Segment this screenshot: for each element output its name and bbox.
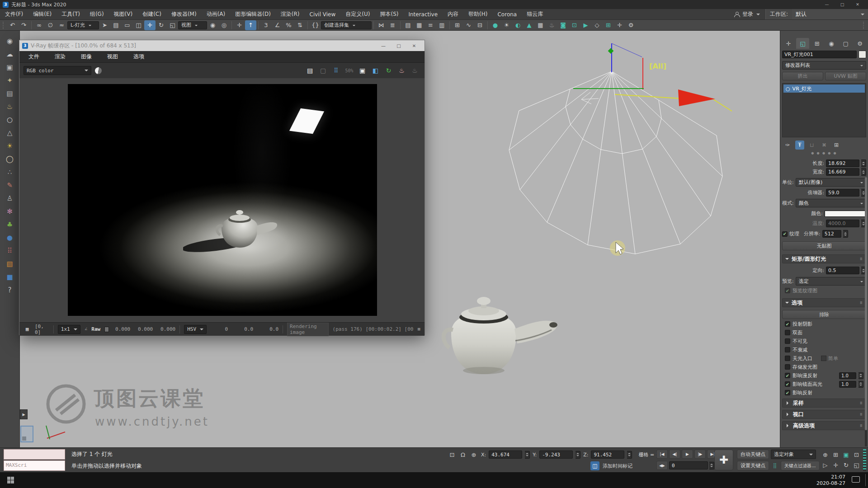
frame-nudge-button[interactable]: ◀▶ <box>656 461 668 470</box>
vfb-tool-icon[interactable]: ▢ <box>317 66 329 75</box>
stack-tool-icon[interactable]: ✑ <box>783 141 792 150</box>
menu-item[interactable]: Corona <box>492 9 522 19</box>
menu-item[interactable]: 渲染(R) <box>276 9 305 19</box>
undo-redo-icon[interactable]: ↶ <box>7 20 18 30</box>
explorer-icon[interactable]: ▦ <box>414 20 425 30</box>
render-tool-icon[interactable]: ● <box>490 20 501 30</box>
vfb-window-control[interactable]: — <box>376 42 391 49</box>
taskbar-clock[interactable]: 21:07 2020-08-27 <box>795 472 845 488</box>
resolution-spinner[interactable] <box>843 230 848 238</box>
option-checkbox[interactable]: ✔ <box>785 390 790 395</box>
length-spinner[interactable] <box>861 160 866 167</box>
selection-tool-icon[interactable]: ➤ <box>99 20 110 30</box>
direction-field[interactable]: 0.5 <box>826 267 859 274</box>
left-toolbar-icon[interactable]: ✎ <box>4 180 15 190</box>
rollout-rect-light[interactable]: 矩形/圆形灯光⠿ <box>782 254 866 263</box>
x-spinner[interactable] <box>525 451 530 459</box>
left-toolbar-icon[interactable]: ☀ <box>4 141 15 150</box>
preview-dropdown[interactable]: 选定 <box>796 277 866 286</box>
selection-lock-icon[interactable]: ⊡ <box>448 450 457 459</box>
vfb-tool-icon[interactable]: ♨ <box>409 66 420 75</box>
selection-tool-icon[interactable]: ▭ <box>122 20 133 30</box>
viewport-nav-icon[interactable]: ✛ <box>830 460 841 470</box>
command-panel-tab[interactable]: ⊞ <box>810 38 824 49</box>
option-checkbox[interactable] <box>785 330 790 335</box>
vfb-tool-icon[interactable]: 50% <box>344 66 355 75</box>
left-toolbar-icon[interactable]: △ <box>4 128 15 137</box>
mode-dropdown[interactable]: 颜色 <box>796 199 866 207</box>
toolbar-grip[interactable] <box>3 22 5 29</box>
channel-dropdown[interactable]: RGB color <box>24 66 91 75</box>
vfb-window-control[interactable]: ✕ <box>406 42 422 49</box>
vfb-tool-icon[interactable]: ♨ <box>396 66 407 75</box>
z-spinner[interactable] <box>627 451 632 459</box>
snap-toggle-icon[interactable]: 3 <box>260 20 272 30</box>
width-spinner[interactable] <box>861 168 866 176</box>
left-toolbar-icon[interactable]: ▧ <box>4 259 15 268</box>
left-toolbar-icon[interactable]: ♨ <box>4 102 15 111</box>
option-checkbox[interactable]: ✔ <box>785 373 790 378</box>
notification-icon[interactable] <box>852 476 860 483</box>
login-button[interactable]: 登录 <box>729 9 765 19</box>
left-toolbar-icon[interactable]: ✦ <box>4 75 15 85</box>
menu-item[interactable]: 编辑(E) <box>28 9 57 19</box>
no-map-button[interactable]: 无贴图 <box>782 241 866 250</box>
render-tool-icon[interactable]: ⊡ <box>569 20 580 30</box>
option-value-field[interactable]: 1.0 <box>839 372 856 379</box>
y-spinner[interactable] <box>576 451 580 459</box>
modifier-list-dropdown[interactable]: 修改器列表 <box>782 61 866 70</box>
left-toolbar-icon[interactable]: ♣ <box>4 220 15 229</box>
menu-item[interactable]: 猫云库 <box>522 9 548 19</box>
mirror-align-icon[interactable]: ≣ <box>387 20 398 30</box>
stack-tool-icon[interactable]: ⊞ <box>832 141 841 150</box>
start-button[interactable] <box>0 472 21 488</box>
modifier-shortcut-button[interactable]: 挤出 <box>782 72 823 80</box>
add-key-button[interactable]: ✚ <box>714 450 733 470</box>
stack-tool-icon[interactable]: ⊔ <box>807 141 816 150</box>
snap-toggle-icon[interactable]: % <box>283 20 294 30</box>
vfb-tool-icon[interactable]: ◧ <box>370 66 381 75</box>
rollout-collapsed[interactable]: 采样⠿ <box>782 399 866 408</box>
vfb-tool-icon[interactable]: ↻ <box>383 66 394 75</box>
transport-button[interactable]: |▶ <box>694 450 706 459</box>
texture-checkbox[interactable]: ✔ <box>782 231 788 237</box>
stack-tool-icon[interactable]: Ŧ <box>795 141 804 150</box>
set-key-button[interactable]: 设置关键点 <box>737 461 769 470</box>
transport-button[interactable]: |◀ <box>656 450 668 459</box>
named-selection-set-dropdown[interactable]: 创建选择集 <box>321 21 372 29</box>
transport-button[interactable]: ◀| <box>669 450 680 459</box>
option-spinner[interactable] <box>859 372 863 379</box>
editor-icon[interactable]: ∿ <box>463 20 474 30</box>
link-tool-icon[interactable]: ∅ <box>45 20 56 30</box>
menu-item[interactable]: 动画(A) <box>202 9 231 19</box>
option-checkbox[interactable] <box>785 356 790 361</box>
option-checkbox[interactable]: ✔ <box>785 321 790 327</box>
selection-tool-icon[interactable]: ▤ <box>110 20 122 30</box>
render-tool-icon[interactable]: ⊞ <box>603 20 614 30</box>
left-toolbar-icon[interactable]: ♙ <box>4 193 15 203</box>
viewport-layout-tab[interactable] <box>20 426 33 442</box>
mirror-align-icon[interactable]: ⋈ <box>376 20 387 30</box>
menu-item[interactable]: 内容 <box>443 9 463 19</box>
current-frame-field[interactable]: 0 <box>669 461 708 469</box>
command-panel-tab[interactable]: ✛ <box>782 38 795 49</box>
rollout-options[interactable]: 选项⠿ <box>782 298 866 307</box>
option-checkbox[interactable]: ✔ <box>785 381 790 387</box>
option-value-field[interactable]: 1.0 <box>839 381 856 388</box>
viewport-nav-icon[interactable]: ▣ <box>841 450 851 460</box>
manipulate-tool-icon[interactable]: ✛ <box>234 20 245 30</box>
workspace-dropdown[interactable]: 默认 <box>792 9 868 19</box>
command-panel-tab[interactable]: ⚙ <box>853 38 867 49</box>
object-color-swatch[interactable] <box>859 51 866 58</box>
snap-toggle-icon[interactable]: ⇅ <box>294 20 306 30</box>
viewport-nav-icon[interactable]: ◱ <box>851 460 862 470</box>
y-coordinate-field[interactable]: -9.243 <box>539 450 573 459</box>
object-name-field[interactable]: VR_灯光001 <box>782 51 857 58</box>
transform-tool-icon[interactable]: ◱ <box>167 20 178 30</box>
left-toolbar-icon[interactable]: ○ <box>4 115 15 124</box>
vfb-menu-item[interactable]: 选项 <box>133 53 144 61</box>
editor-icon[interactable]: ⊞ <box>452 20 463 30</box>
left-toolbar-icon[interactable]: ◉ <box>4 36 15 46</box>
vfb-titlebar[interactable]: 3 V-Ray 帧缓存区 - [100.0% of 684 x 513] —□✕ <box>19 40 425 51</box>
rollout-collapsed[interactable]: 高级选项⠿ <box>782 421 866 430</box>
